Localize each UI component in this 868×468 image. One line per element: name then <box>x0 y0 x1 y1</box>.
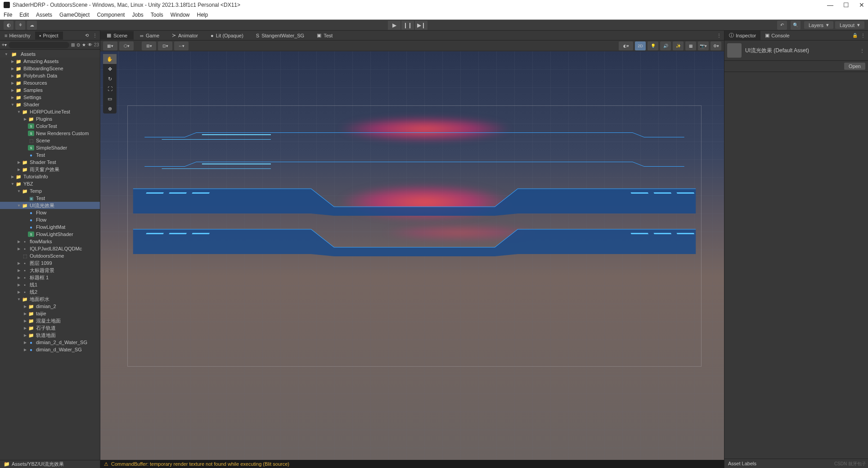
tree-item[interactable]: 📁Plugins <box>0 115 100 123</box>
tree-root[interactable]: 📁Assets <box>0 50 100 58</box>
tab-scene[interactable]: ▦Scene <box>100 31 134 40</box>
tree-item[interactable]: ⬚OutdoorsScene <box>0 252 100 259</box>
tree-item[interactable]: 📁Settings <box>0 94 100 101</box>
cloud-button[interactable]: ☁ <box>27 21 37 30</box>
scene-tab-menu-icon[interactable]: ⋮ <box>716 32 722 39</box>
tree-item[interactable]: SSimpleShader <box>0 144 100 151</box>
grid-snap-button[interactable]: ⊞▾ <box>142 41 156 50</box>
fx-button[interactable]: ✨ <box>673 41 684 50</box>
breadcrumb[interactable]: 📁 Assets/YBZ/UI流光效果 <box>0 460 100 468</box>
tab-hierarchy[interactable]: ≡Hierarchy <box>0 32 35 40</box>
scale-tool-button[interactable]: ⛶ <box>103 84 117 94</box>
inspector-lock-icon[interactable]: 🔒 <box>852 32 858 39</box>
lighting-button[interactable]: 💡 <box>648 41 658 50</box>
tab-game[interactable]: ∞Game <box>134 32 166 40</box>
menu-component[interactable]: Component <box>97 12 125 18</box>
open-button[interactable]: Open <box>844 63 865 70</box>
tree-item[interactable]: 📁Shader Test <box>0 159 100 166</box>
tree-item[interactable]: ●Test <box>0 151 100 159</box>
tree-item[interactable]: 📁Polybrush Data <box>0 72 100 79</box>
tree-item[interactable]: 📁BillboardingScene <box>0 65 100 72</box>
camera-button[interactable]: 📷▾ <box>698 41 709 50</box>
shading-mode-button[interactable]: ⬡▾ <box>119 41 134 50</box>
tree-item[interactable]: 📁Temp <box>0 187 100 195</box>
minimize-button[interactable]: — <box>827 1 833 9</box>
search-button[interactable]: 🔍 <box>791 21 801 30</box>
menu-gameobject[interactable]: GameObject <box>59 12 90 18</box>
rotate-tool-button[interactable]: ↻ <box>103 74 117 84</box>
tree-item[interactable]: 📁UI流光效果 <box>0 202 100 209</box>
tree-item[interactable]: 📁石子轨道 <box>0 324 100 332</box>
audio-button[interactable]: 🔊 <box>660 41 671 50</box>
tree-item[interactable]: ▪大标题背景 <box>0 267 100 274</box>
tree-item[interactable]: ▪线1 <box>0 281 100 288</box>
gizmos-button[interactable]: ⚙▾ <box>711 41 721 50</box>
layers-dropdown[interactable]: Layers▾ <box>804 21 833 29</box>
account-button[interactable]: ◐ <box>4 21 13 30</box>
tree-item[interactable]: 📁雨天窗户效果 <box>0 166 100 173</box>
tree-item[interactable]: ▪图层 1099 <box>0 259 100 267</box>
handle-orient-button[interactable]: ↔▾ <box>174 41 189 50</box>
menu-assets[interactable]: Assets <box>36 12 52 18</box>
tree-item[interactable]: ●dimian_2_d_Water_SG <box>0 339 100 346</box>
skybox-button[interactable]: ◐▾ <box>619 41 633 50</box>
tree-item[interactable]: ▪线2 <box>0 288 100 295</box>
tree-item[interactable]: 📁Samples <box>0 86 100 94</box>
search-type-icon[interactable]: ⊞ <box>71 42 75 48</box>
inspector-header-menu-icon[interactable]: ⋮ <box>859 47 865 54</box>
tree-item[interactable]: 📁Amazing Assets <box>0 58 100 65</box>
tree-item[interactable]: SNew Renderers Custom <box>0 130 100 137</box>
tree-item[interactable]: 📁HDRPOutLineTest <box>0 108 100 115</box>
favorites-icon[interactable]: ★ <box>82 42 86 48</box>
play-button[interactable]: ▶ <box>388 21 400 30</box>
menu-tools[interactable]: Tools <box>151 12 163 18</box>
rect-tool-button[interactable]: ▭ <box>103 94 117 104</box>
menu-help[interactable]: Help <box>197 12 208 18</box>
tree-item[interactable]: ▪IQLPJwdL82ALQQDMc <box>0 245 100 252</box>
close-button[interactable]: ✕ <box>859 1 864 9</box>
tree-item[interactable]: 📁taijie <box>0 310 100 317</box>
2d-toggle-button[interactable]: 2D <box>635 41 646 50</box>
tree-item[interactable]: 📁Resources <box>0 79 100 86</box>
step-button[interactable]: ▶❙ <box>415 21 427 30</box>
undo-history-button[interactable]: ↶ <box>777 21 787 30</box>
tree-item[interactable]: ▪flowMarks <box>0 238 100 245</box>
hidden-icon[interactable]: 👁 <box>88 42 92 48</box>
tree-item[interactable]: ▪标题框 1 <box>0 274 100 281</box>
services-button[interactable]: ⚘ <box>15 21 25 30</box>
search-label-icon[interactable]: ⊙ <box>76 42 80 48</box>
tab-test[interactable]: ▣Test <box>310 31 339 40</box>
layout-dropdown[interactable]: Layout▾ <box>835 21 864 29</box>
tab-console[interactable]: ▣Console <box>760 31 794 40</box>
tab-lock-icon[interactable]: ⟲ <box>84 32 90 39</box>
project-search-input[interactable] <box>9 42 69 48</box>
snap-inc-button[interactable]: ⊡▾ <box>158 41 172 50</box>
tree-item[interactable]: ●FlowLightMat <box>0 223 100 231</box>
tab-animator[interactable]: ≻Animator <box>166 31 204 40</box>
tree-item[interactable]: ⬚Scene <box>0 137 100 144</box>
move-tool-button[interactable]: ✥ <box>103 64 117 74</box>
tree-item[interactable]: ●dimian_d_Water_SG <box>0 346 100 353</box>
tab-menu-icon[interactable]: ⋮ <box>92 32 98 39</box>
tree-item[interactable]: ●Flow <box>0 216 100 223</box>
tree-item[interactable]: ▣Test <box>0 195 100 202</box>
tree-item[interactable]: 📁Shader <box>0 101 100 108</box>
tree-item[interactable]: 📁TutorialInfo <box>0 173 100 180</box>
draw-mode-button[interactable]: ▦▾ <box>103 41 117 50</box>
menu-file[interactable]: File <box>4 12 12 18</box>
transform-tool-button[interactable]: ⊕ <box>103 104 117 114</box>
tab-lit--opaque-[interactable]: ●Lit (Opaque) <box>204 32 250 40</box>
menu-edit[interactable]: Edit <box>19 12 29 18</box>
inspector-menu-icon[interactable]: ⋮ <box>860 32 866 39</box>
console-status-line[interactable]: ⚠ CommandBuffer: temporary render textur… <box>100 460 724 468</box>
tab-inspector[interactable]: ⓘInspector <box>724 31 760 40</box>
tree-item[interactable]: SFlowLightShader <box>0 231 100 238</box>
tab-stangentwater-sg[interactable]: SStangentWater_SG <box>250 32 310 40</box>
hand-tool-button[interactable]: ✋ <box>103 54 117 64</box>
tab-project[interactable]: ▪Project <box>35 32 63 40</box>
tree-item[interactable]: SColorTest <box>0 123 100 130</box>
tree-item[interactable]: 📁地面积水 <box>0 295 100 303</box>
create-button[interactable]: +▾ <box>2 42 7 48</box>
tree-item[interactable]: 📁YBZ <box>0 180 100 187</box>
tree-item[interactable]: 📁轨道地面 <box>0 332 100 339</box>
